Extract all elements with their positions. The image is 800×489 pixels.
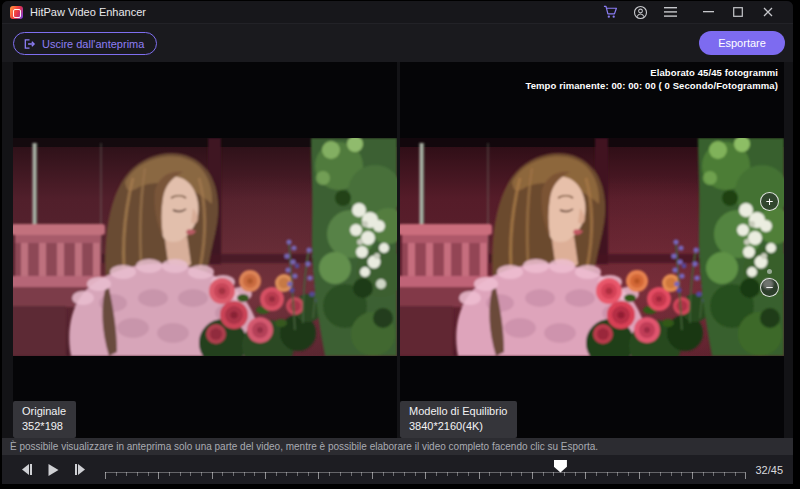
play-button[interactable] [43, 460, 63, 480]
close-icon[interactable] [753, 1, 783, 24]
next-frame-button[interactable] [70, 460, 90, 480]
compare-area: Originale 352*198 [2, 62, 793, 438]
zoom-controls: + − [759, 62, 781, 438]
original-label-resolution: 352*198 [22, 419, 66, 434]
exit-preview-label: Uscire dall'anteprima [42, 38, 144, 50]
statusbar: È possibile visualizzare in anteprima so… [2, 438, 793, 455]
enhanced-video-preview [400, 138, 784, 356]
app-window: HitPaw Video Enhancer [2, 1, 793, 484]
enhanced-label-title: Modello di Equilibrio [409, 404, 507, 419]
previous-frame-icon [20, 463, 33, 476]
menu-icon[interactable] [655, 1, 685, 24]
enhanced-panel: Elaborato 45/45 fotogrammi Tempo rimanen… [400, 62, 784, 438]
video-scene [13, 138, 397, 356]
titlebar: HitPaw Video Enhancer [2, 1, 793, 24]
zoom-out-button[interactable]: − [760, 278, 779, 297]
minimize-icon[interactable] [693, 1, 723, 24]
previous-frame-button[interactable] [16, 460, 36, 480]
zoom-in-button[interactable]: + [760, 192, 779, 211]
cart-icon[interactable] [595, 1, 625, 24]
processing-progress: Elaborato 45/45 fotogrammi Tempo rimanen… [525, 66, 778, 92]
original-label: Originale 352*198 [13, 401, 76, 438]
exit-icon [23, 38, 36, 50]
exit-preview-button[interactable]: Uscire dall'anteprima [13, 32, 157, 55]
maximize-icon[interactable] [723, 1, 753, 24]
video-scene [400, 138, 784, 356]
window-title: HitPaw Video Enhancer [30, 6, 146, 18]
progress-time-remaining: Tempo rimanente: 00: 00: 00 ( 0 Secondo/… [525, 79, 778, 92]
original-label-title: Originale [22, 404, 66, 419]
export-label: Esportare [718, 37, 766, 49]
export-button[interactable]: Esportare [699, 31, 785, 55]
next-frame-icon [74, 463, 87, 476]
enhanced-label-resolution: 3840*2160(4K) [409, 419, 507, 434]
play-icon [46, 463, 60, 477]
playback-bar: 32/45 [2, 455, 793, 484]
toolbar: Uscire dall'anteprima Esportare [2, 24, 793, 62]
timeline-ruler[interactable] [105, 459, 745, 481]
account-icon[interactable] [625, 1, 655, 24]
app-logo-icon [10, 6, 23, 19]
zoom-level-dot [767, 269, 772, 274]
progress-frames: Elaborato 45/45 fotogrammi [525, 66, 778, 79]
status-message: È possibile visualizzare in anteprima so… [10, 441, 598, 452]
original-panel: Originale 352*198 [13, 62, 397, 438]
original-video-preview [13, 138, 397, 356]
enhanced-label: Modello di Equilibrio 3840*2160(4K) [400, 401, 517, 438]
frame-counter: 32/45 [755, 464, 783, 476]
